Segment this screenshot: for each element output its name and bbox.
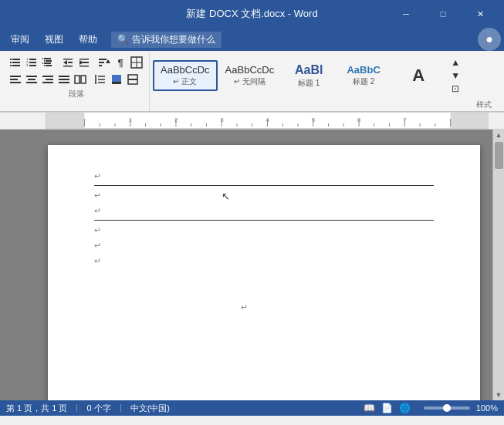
pilcrow-4: ↵ [94,225,101,235]
styles-more-button[interactable]: ⊡ [448,83,463,96]
svg-text:5: 5 [312,116,316,123]
page-container: ↵ ↵ ↖ ↵ ↵ [48,145,480,385]
multilevel-list-button[interactable] [40,56,56,69]
show-marks-button[interactable]: ¶ [113,56,128,69]
sort-button[interactable] [96,56,112,69]
pilcrow-2: ↵ [94,191,101,201]
zoom-slider[interactable] [424,406,470,410]
doc-scroll-area[interactable]: ↵ ↵ ↖ ↵ ↵ [35,130,492,400]
account-button[interactable]: ● [478,28,501,51]
svg-rect-36 [10,79,18,80]
bullets-button[interactable] [8,56,23,69]
style-more[interactable]: A [391,64,445,87]
justify-button[interactable] [56,73,72,86]
svg-rect-29 [99,62,104,63]
ruler-main: 1 2 3 4 5 6 7 [46,113,489,129]
style-no-spacing-preview: AaBbCcDc [225,64,275,76]
view-read[interactable]: 📖 [364,403,375,413]
numbering-button[interactable]: 1.2.3. [24,56,39,69]
style-heading2-preview: AaBbC [347,64,380,76]
maximize-button[interactable]: □ [425,0,461,28]
align-center-button[interactable] [24,73,39,86]
align-left-button[interactable] [8,73,23,86]
status-separator-2 [120,404,121,412]
svg-text:7: 7 [403,116,407,123]
svg-rect-41 [42,76,53,77]
svg-text:1: 1 [129,116,133,123]
svg-rect-4 [10,65,12,66]
svg-rect-22 [68,62,73,63]
svg-rect-26 [81,62,89,63]
ruler-area: 1 2 3 4 5 6 7 [0,113,504,130]
svg-text:2: 2 [174,116,178,123]
svg-rect-17 [44,62,51,64]
style-heading1[interactable]: AaBl 标题 1 [282,59,336,91]
decrease-indent-button[interactable] [60,56,76,69]
svg-rect-3 [12,62,20,63]
minimize-button[interactable]: ─ [388,0,424,28]
pilcrow-1: ↵ [94,171,101,181]
svg-text:6: 6 [357,116,361,123]
svg-rect-46 [59,82,69,83]
border-button[interactable] [129,56,144,69]
svg-text:4: 4 [266,116,270,123]
styles-scroll-up[interactable]: ▲ [448,56,463,69]
style-no-spacing[interactable]: AaBbCcDc ↵ 无间隔 [218,61,282,90]
border-style-button[interactable] [125,73,140,86]
page-line-3: ↵ [94,203,434,218]
svg-rect-21 [63,59,73,60]
scroll-down-button[interactable]: ▼ [496,391,502,399]
align-right-button[interactable] [40,73,56,86]
menu-view[interactable]: 视图 [37,30,71,49]
pilcrow-7: ↵ [241,302,248,312]
svg-rect-23 [63,66,73,67]
svg-rect-30 [99,65,102,66]
ruler-right [489,113,504,129]
view-web[interactable]: 🌐 [399,403,411,413]
paragraph-group-label: 段落 [8,88,144,100]
zoom-level[interactable]: 100% [476,403,498,413]
svg-rect-15 [46,60,52,62]
columns-button[interactable] [73,73,88,86]
svg-rect-60 [46,113,84,129]
status-right: 📖 📄 🌐 100% [364,403,498,413]
svg-rect-16 [42,62,43,64]
svg-rect-56 [112,82,121,84]
page-line-5: ↵ [94,238,434,253]
window-title: 新建 DOCX 文档.docx - Word [186,7,317,21]
doc-left-gutter [0,130,35,400]
svg-rect-39 [28,79,36,80]
svg-rect-47 [75,76,79,83]
view-print[interactable]: 📄 [381,403,393,413]
svg-rect-35 [10,76,21,77]
search-icon: 🔍 [117,34,129,45]
page-hr-1 [94,185,434,186]
vertical-scrollbar[interactable]: ▲ ▼ [492,130,504,400]
svg-rect-40 [26,82,37,83]
svg-rect-42 [46,79,53,80]
scroll-thumb[interactable] [495,142,503,169]
document-page[interactable]: ↵ ↵ ↖ ↵ ↵ [48,145,480,400]
page-line-7: ↵ [94,299,434,315]
ruler-left [0,113,46,129]
menu-review[interactable]: 审阅 [3,30,37,49]
svg-rect-5 [12,65,20,66]
menu-help[interactable]: 帮助 [71,30,105,49]
svg-rect-61 [451,113,489,129]
styles-scroll-down[interactable]: ▼ [448,69,463,82]
svg-rect-2 [10,62,12,63]
style-normal[interactable]: AaBbCcDc ↵ 正文 [153,60,218,91]
close-button[interactable]: ✕ [462,0,498,28]
page-line-4: ↵ [94,222,434,238]
increase-indent-button[interactable] [76,56,92,69]
shading-button[interactable] [109,73,124,86]
style-heading2[interactable]: AaBbC 标题 2 [337,61,391,90]
styles-group-label: 样式 [476,99,498,111]
style-normal-preview: AaBbCcDc [161,64,210,76]
search-bar[interactable]: 🔍 告诉我你想要做什么 [111,32,222,48]
scroll-up-button[interactable]: ▲ [496,131,502,139]
line-spacing-button[interactable] [93,73,108,86]
ribbon-bot-row [8,71,144,88]
pilcrow-6: ↵ [94,256,101,266]
pilcrow-5: ↵ [94,241,101,251]
